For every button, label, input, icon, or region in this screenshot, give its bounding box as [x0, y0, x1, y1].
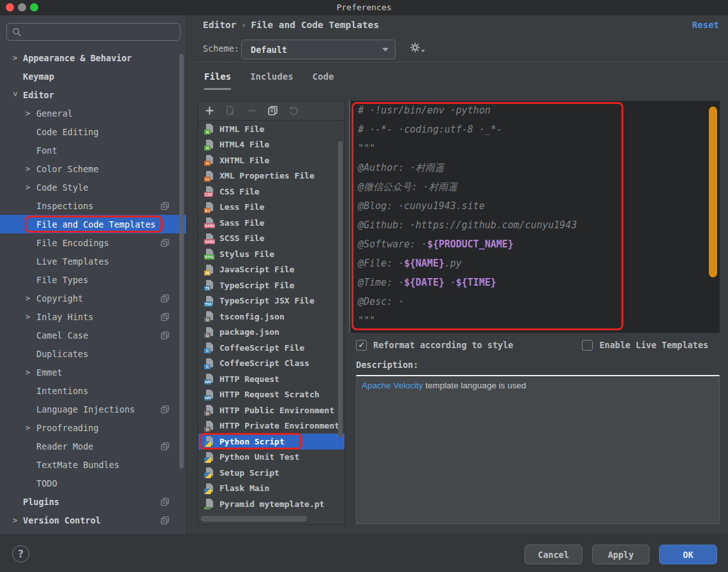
chevron-down-icon	[382, 48, 389, 52]
breadcrumb-section[interactable]: Editor	[203, 20, 236, 30]
sidebar-item-todo[interactable]: TODO	[0, 474, 186, 492]
template-item-label: CSS File	[219, 187, 260, 196]
template-item-tsconfig-json[interactable]: {}tsconfig.json	[198, 309, 345, 325]
sidebar-item-label: Language Injections	[36, 404, 135, 414]
template-item-typescript-jsx-file[interactable]: TSXTypeScript JSX File	[198, 293, 345, 309]
settings-search-input[interactable]	[6, 23, 181, 41]
sidebar-item-inspections[interactable]: Inspections	[0, 196, 186, 215]
sidebar-item-emmet[interactable]: >Emmet	[0, 363, 186, 381]
tab-code[interactable]: Code	[313, 71, 334, 90]
template-item-http-request[interactable]: APIHTTP Request	[198, 371, 345, 387]
enable-live-templates-checkbox[interactable]: ✓	[582, 340, 593, 351]
sidebar-item-editor[interactable]: >Editor	[0, 85, 186, 104]
sidebar-item-label: File Encodings	[36, 238, 109, 248]
template-item-label: Python Script	[219, 437, 285, 446]
reset-link[interactable]: Reset	[692, 20, 719, 30]
sidebar-item-general[interactable]: >General	[0, 104, 186, 122]
help-button[interactable]: ?	[12, 545, 29, 562]
sidebar-item-language-injections[interactable]: Language Injections	[0, 400, 186, 418]
chevron-right-icon: >	[26, 423, 30, 432]
sidebar-scrollbar[interactable]	[179, 54, 184, 469]
sidebar-item-file-encodings[interactable]: File Encodings	[0, 233, 186, 252]
template-code: # ·!usr/bin/env ·python# ·-*- ·coding:ut…	[358, 105, 577, 333]
tab-includes[interactable]: Includes	[250, 71, 293, 90]
template-item-python-unit-test[interactable]: Python Unit Test	[198, 450, 345, 466]
file-type-http-request-icon: API	[204, 390, 215, 400]
template-item-python-script[interactable]: Python Script	[198, 434, 345, 450]
template-item-typescript-file[interactable]: TSTypeScript File	[198, 277, 345, 293]
template-item-http-public-environment[interactable]: {}HTTP Public Environment	[198, 402, 345, 418]
template-item-label: HTTP Private Environment	[219, 421, 339, 430]
code-line: """	[358, 315, 577, 333]
file-type-python-icon	[204, 452, 215, 462]
sidebar-item-inlay-hints[interactable]: >Inlay Hints	[0, 307, 186, 326]
file-type-python-icon	[204, 436, 215, 446]
sidebar-item-copyright[interactable]: >Copyright	[0, 289, 186, 307]
sidebar-item-camel-case[interactable]: Camel Case	[0, 326, 186, 344]
file-type-python-icon	[204, 467, 215, 478]
editor-scrollbar[interactable]	[709, 106, 717, 277]
template-item-package-json[interactable]: {}package.json	[198, 325, 345, 341]
sidebar-item-version-control[interactable]: >Version Control	[0, 511, 186, 529]
file-type-coffeescript-icon: C	[204, 358, 215, 369]
sidebar-item-textmate-bundles[interactable]: TextMate Bundles	[0, 455, 186, 474]
template-item-pyramid-mytemplate-pt[interactable]: Pyramid mytemplate.pt	[198, 496, 345, 512]
sidebar-item-proofreading[interactable]: >Proofreading	[0, 418, 186, 437]
cancel-button[interactable]: Cancel	[524, 545, 583, 564]
ok-button[interactable]: OK	[659, 545, 717, 564]
tab-files[interactable]: Files	[204, 71, 231, 90]
copy-settings-icon	[161, 405, 169, 413]
copy-template-button[interactable]	[267, 105, 278, 117]
template-item-stylus-file[interactable]: STYLStylus File	[198, 246, 345, 262]
remove-template-button	[246, 105, 257, 117]
scheme-value: Default	[251, 45, 382, 55]
template-editor[interactable]: # ·!usr/bin/env ·python# ·-*- ·coding:ut…	[349, 101, 720, 333]
template-item-html4-file[interactable]: HHTML4 File	[198, 137, 345, 153]
sidebar-item-duplicates[interactable]: Duplicates	[0, 344, 186, 363]
template-list-vscrollbar[interactable]	[338, 141, 343, 437]
apache-velocity-link[interactable]: Apache Velocity	[362, 381, 423, 390]
template-item-css-file[interactable]: CSSCSS File	[198, 184, 345, 200]
copy-settings-icon	[161, 312, 169, 321]
template-list-hscrollbar[interactable]	[201, 516, 307, 522]
sidebar-item-code-style[interactable]: >Code Style	[0, 178, 186, 196]
reformat-checkbox[interactable]: ✓	[356, 340, 367, 351]
template-item-label: TypeScript File	[219, 281, 294, 290]
sidebar-item-file-and-code-templates[interactable]: File and Code Templates	[0, 215, 186, 233]
template-item-less-file[interactable]: (L)Less File	[198, 200, 345, 216]
sidebar-item-code-editing[interactable]: Code Editing	[0, 122, 186, 141]
undo-icon	[289, 106, 299, 115]
sidebar-item-color-scheme[interactable]: >Color Scheme	[0, 159, 186, 178]
copy-settings-icon	[161, 331, 169, 339]
template-item-coffeescript-file[interactable]: CCoffeeScript File	[198, 340, 345, 356]
template-item-javascript-file[interactable]: JSJavaScript File	[198, 262, 345, 278]
template-item-coffeescript-class[interactable]: CCoffeeScript Class	[198, 356, 345, 372]
sidebar-item-file-types[interactable]: File Types	[0, 270, 186, 289]
template-item-label: Setup Script	[219, 468, 279, 478]
add-template-button[interactable]	[204, 105, 215, 117]
sidebar-item-plugins[interactable]: Plugins	[0, 492, 186, 511]
sidebar-item-live-templates[interactable]: Live Templates	[0, 252, 186, 270]
template-item-scss-file[interactable]: SASSSCSS File	[198, 231, 345, 247]
code-line: @File: ·${NAME}.py	[358, 258, 577, 277]
template-item-http-request-scratch[interactable]: APIHTTP Request Scratch	[198, 387, 345, 403]
template-item-setup-script[interactable]: Setup Script	[198, 465, 345, 481]
template-item-http-private-environment[interactable]: {}HTTP Private Environment	[198, 418, 345, 434]
template-item-flask-main[interactable]: Flask Main	[198, 481, 345, 497]
sidebar-item-intentions[interactable]: Intentions	[0, 381, 186, 400]
scheme-dropdown[interactable]: Default	[241, 40, 396, 59]
sidebar-item-appearance-behavior[interactable]: >Appearance & Behavior	[0, 48, 186, 67]
sidebar-item-font[interactable]: Font	[0, 141, 186, 159]
sidebar-item-keymap[interactable]: Keymap	[0, 67, 186, 85]
copy-settings-icon	[161, 442, 169, 450]
template-item-html-file[interactable]: HHTML File	[198, 121, 345, 137]
file-type-python-icon	[204, 483, 215, 494]
scheme-actions-button[interactable]	[410, 42, 425, 53]
template-item-xml-properties-file[interactable]: <>XML Properties File	[198, 168, 345, 184]
template-item-sass-file[interactable]: SASSSass File	[198, 215, 345, 231]
apply-button[interactable]: Apply	[592, 545, 650, 564]
sidebar-item-reader-mode[interactable]: Reader Mode	[0, 437, 186, 455]
file-type-typescript-icon: TS	[204, 280, 215, 290]
template-item-xhtml-file[interactable]: HXHTML File	[198, 152, 345, 168]
sidebar-item-label: Editor	[23, 90, 54, 100]
